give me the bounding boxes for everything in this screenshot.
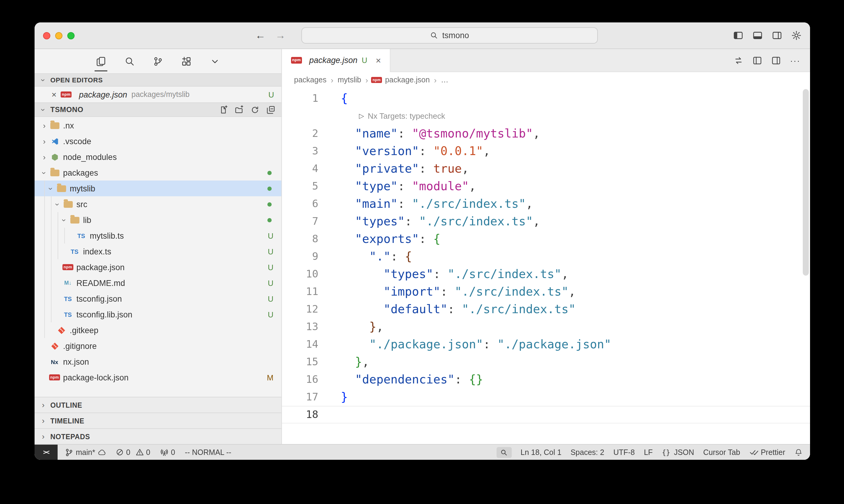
tree-item-mytslib[interactable]: ›mytslib (35, 181, 281, 196)
remote-indicator[interactable]: >< (35, 445, 57, 460)
refresh-explorer-button[interactable] (251, 105, 259, 114)
breadcrumb-item-packages[interactable]: packages (294, 76, 327, 84)
code-line: 9 ".": { (282, 248, 810, 265)
cursor-position[interactable]: Ln 18, Col 1 (520, 448, 562, 456)
tree-item-mytslib.ts[interactable]: TSmytslib.tsU (35, 228, 281, 244)
codelens-row[interactable]: ▷Nx Targets: typecheck (282, 107, 810, 125)
cursor-tab-indicator[interactable]: Cursor Tab (703, 448, 740, 456)
eol-label: LF (644, 448, 653, 456)
tree-item-.vscode[interactable]: ›.vscode (35, 133, 281, 149)
branch-indicator[interactable]: main* (65, 448, 106, 456)
vim-mode-indicator[interactable]: -- NORMAL -- (185, 448, 231, 456)
line-number: 1 (282, 90, 318, 107)
encoding-indicator[interactable]: UTF-8 (613, 448, 635, 456)
tree-item-README.md[interactable]: M↓README.mdU (35, 275, 281, 291)
indent-guide (44, 259, 45, 275)
tree-item-nx.json[interactable]: Nxnx.json (35, 354, 281, 370)
vertical-scrollbar[interactable] (803, 89, 809, 276)
indent-guide (44, 244, 45, 259)
toggle-primary-sidebar-icon[interactable] (733, 30, 743, 41)
minimize-window-button[interactable] (55, 32, 63, 39)
workspace-header[interactable]: › TSMONO (35, 102, 281, 117)
section-notepads[interactable]: › NOTEPADS (35, 428, 281, 444)
source-control-view-icon[interactable] (152, 55, 164, 68)
tree-item-lib[interactable]: ›lib (35, 212, 281, 228)
tree-item-package.json[interactable]: npmpackage.jsonU (35, 259, 281, 275)
section-timeline[interactable]: › TIMELINE (35, 413, 281, 428)
breadcrumb-item-mytslib[interactable]: mytslib (338, 76, 361, 84)
tree-item-.nx[interactable]: ›.nx (35, 118, 281, 133)
new-folder-button[interactable] (235, 105, 244, 114)
code-line: 6 "main": "./src/index.ts", (282, 195, 810, 213)
compare-changes-icon[interactable] (734, 55, 743, 65)
line-number: 10 (282, 265, 318, 283)
open-editor-entry[interactable]: × npm package.json packages/mytslib U (35, 87, 281, 102)
line-number: 3 (282, 142, 318, 160)
codelens-label[interactable]: Nx Targets: typecheck (368, 107, 445, 125)
tree-item-package-lock.json[interactable]: npmpackage-lock.jsonM (35, 370, 281, 385)
code-line: 10 "types": "./src/index.ts", (282, 265, 810, 283)
close-tab-icon[interactable]: × (376, 55, 381, 66)
sidebar-bottom-sections: › OUTLINE › TIMELINE › NOTEPADS (35, 397, 281, 444)
open-editors-title: OPEN EDITORS (50, 76, 103, 84)
forward-button[interactable]: → (275, 30, 286, 41)
code-line: 7 "types": "./src/index.ts", (282, 213, 810, 230)
tree-item-label: tsconfig.json (76, 294, 122, 303)
indent-guide (51, 196, 52, 212)
split-editor-icon[interactable] (771, 55, 781, 65)
close-editor-icon[interactable]: × (52, 90, 56, 100)
new-file-button[interactable] (219, 105, 228, 114)
tree-item-index.ts[interactable]: TSindex.tsU (35, 244, 281, 259)
toggle-secondary-sidebar-icon[interactable] (772, 30, 782, 41)
line-number: 5 (282, 178, 318, 195)
close-window-button[interactable] (43, 32, 50, 39)
tree-item-packages[interactable]: ›packages (35, 165, 281, 181)
code-line: 17} (282, 388, 810, 406)
warnings-count: 0 (146, 448, 150, 456)
code-line: 3 "version": "0.0.1", (282, 142, 810, 160)
indentation-label: Spaces: 2 (571, 448, 604, 456)
back-button[interactable]: ← (255, 30, 265, 41)
language-mode[interactable]: {} JSON (662, 448, 694, 456)
indentation-indicator[interactable]: Spaces: 2 (571, 448, 604, 456)
extensions-view-icon[interactable] (180, 55, 193, 68)
toggle-panel-icon[interactable] (753, 30, 763, 41)
editor-layout-icon[interactable] (753, 55, 762, 65)
search-view-icon[interactable] (123, 55, 136, 68)
tree-item-src[interactable]: ›src (35, 196, 281, 212)
code-content: "version": "0.0.1", (318, 142, 490, 160)
tree-item-node_modules[interactable]: ›node_modules (35, 149, 281, 165)
code-editor[interactable]: 1{▷Nx Targets: typecheck2 "name": "@tsmo… (282, 88, 810, 444)
command-center-search[interactable]: tsmono (302, 27, 598, 43)
zoom-indicator[interactable] (496, 447, 512, 458)
problems-indicator[interactable]: 0 0 (116, 448, 150, 456)
formatter-indicator[interactable]: Prettier (749, 448, 785, 456)
maximize-window-button[interactable] (67, 32, 74, 39)
ports-indicator[interactable]: 0 (160, 448, 175, 456)
settings-gear-icon[interactable] (791, 30, 802, 41)
eol-indicator[interactable]: LF (644, 448, 653, 456)
code-lines: 1{▷Nx Targets: typecheck2 "name": "@tsmo… (282, 90, 810, 424)
notifications-bell[interactable] (794, 448, 803, 456)
open-editors-header[interactable]: › OPEN EDITORS (35, 73, 281, 87)
tree-item-tsconfig.lib.json[interactable]: TStsconfig.lib.jsonU (35, 307, 281, 322)
more-views-icon[interactable] (209, 55, 221, 68)
tab-package-json[interactable]: npm package.json U × (282, 49, 391, 71)
collapse-folders-button[interactable] (266, 105, 275, 114)
section-outline-label: OUTLINE (50, 401, 82, 409)
breadcrumb: packages › mytslib › npm package.json › … (282, 72, 810, 88)
md-icon: M↓ (63, 280, 73, 286)
more-actions-icon[interactable]: ··· (790, 55, 800, 65)
breadcrumb-item-symbol[interactable]: … (441, 76, 448, 84)
run-icon[interactable]: ▷ (359, 107, 364, 125)
encoding-label: UTF-8 (613, 448, 635, 456)
explorer-view-icon[interactable] (94, 55, 107, 68)
tree-item-tsconfig.json[interactable]: TStsconfig.jsonU (35, 291, 281, 307)
breadcrumb-item-package-json[interactable]: package.json (385, 76, 430, 84)
section-outline[interactable]: › OUTLINE (35, 397, 281, 413)
tree-item-.gitkeep[interactable]: .gitkeep (35, 322, 281, 338)
git-status-badge: U (268, 310, 273, 319)
vscode-window: ← → tsmono (35, 22, 810, 460)
title-bar: ← → tsmono (35, 22, 810, 49)
tree-item-.gitignore[interactable]: .gitignore (35, 338, 281, 354)
